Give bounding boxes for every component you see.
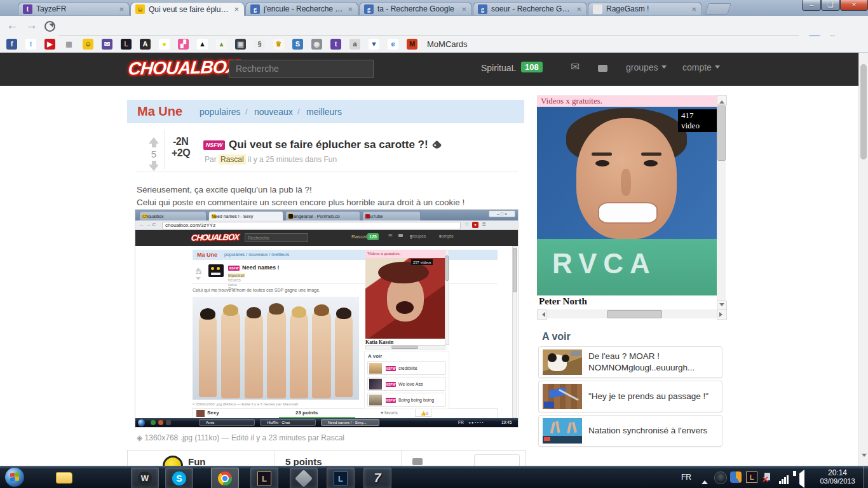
tab-close-icon[interactable]: × xyxy=(576,5,582,13)
bookmark-twitch-icon[interactable]: t xyxy=(330,39,341,50)
taskbar-skype-button[interactable]: S xyxy=(165,468,193,488)
bookmark-target-icon[interactable]: ◉ xyxy=(311,39,322,50)
bookmark-photos-icon[interactable]: A xyxy=(140,39,151,50)
post-title[interactable]: Qui veut se faire éplucher sa carotte ?! xyxy=(229,139,440,151)
messages-envelope-icon[interactable]: ✉ xyxy=(571,60,580,74)
window-close-button[interactable]: × xyxy=(840,0,868,11)
bookmark-triangle-icon[interactable]: ▲ xyxy=(197,39,208,50)
upvote-arrow-icon[interactable] xyxy=(149,132,159,144)
iframe-v-scrollbar[interactable] xyxy=(717,95,726,309)
skype-icon: S xyxy=(172,471,186,485)
bookmark-ie-icon[interactable]: e xyxy=(388,39,398,50)
tray-clock[interactable]: 20:14 03/09/2013 xyxy=(815,468,860,485)
taskbar-explorer-button[interactable] xyxy=(51,468,78,487)
bookmark-grid-icon[interactable]: ▦ xyxy=(64,39,74,50)
taskbar-chrome-button[interactable] xyxy=(211,468,239,488)
bookmark-momcards-icon[interactable]: M xyxy=(407,39,417,50)
back-button-icon[interactable]: ← xyxy=(6,18,18,32)
nav-compte[interactable]: compte xyxy=(682,62,720,72)
tray-network-error-icon[interactable]: ✕ xyxy=(762,471,773,483)
clock-time: 20:14 xyxy=(815,468,860,477)
inner-tab: Choualbox xyxy=(139,211,207,220)
site-search-input[interactable]: Recherche xyxy=(229,60,374,78)
inner-footer-fav: ♥ favoris xyxy=(381,410,398,415)
window-restore-button[interactable]: ❑ xyxy=(821,0,840,11)
tab-close-icon[interactable]: × xyxy=(118,5,125,13)
taskbar-tool-button[interactable] xyxy=(290,468,318,488)
vote-shortcut-minus: -2N xyxy=(173,136,188,147)
tab-ragegasm[interactable]: RageGasm ! × xyxy=(588,2,702,15)
author-link[interactable]: Rascal xyxy=(219,154,246,165)
tab-close-icon[interactable]: × xyxy=(347,5,353,13)
tab-close-icon[interactable]: × xyxy=(233,5,240,13)
tray-signal-bars-icon[interactable] xyxy=(779,473,789,484)
tab-choualbox-active[interactable]: ☺ Qui veut se faire éplucher × xyxy=(130,2,245,16)
new-tab-button[interactable] xyxy=(705,3,731,15)
tab-search-2[interactable]: g ta - Recherche Google × xyxy=(359,2,472,15)
avoir-item-2[interactable]: "Hey je te prends au passage !" xyxy=(538,381,722,412)
bookmark-mail-icon[interactable]: ✉ xyxy=(102,39,112,50)
taskbar-seven-button[interactable]: 7 xyxy=(363,468,391,488)
taskbar-lol-client-button[interactable]: L xyxy=(327,468,355,488)
tray-league-icon[interactable]: L xyxy=(746,471,757,483)
taskbar-w-app-button[interactable]: W xyxy=(131,468,159,488)
inner-karma-badge: 125 xyxy=(367,233,379,240)
bookmark-yellow-dot-icon[interactable]: ● xyxy=(159,39,170,50)
inner-tab: YouTube xyxy=(362,211,421,220)
reload-button-icon[interactable] xyxy=(44,21,55,34)
avoir-thumb-mop xyxy=(543,384,582,409)
bookmark-reddit-icon[interactable]: a xyxy=(349,39,360,50)
bookmark-choualbox-icon[interactable]: ☺ xyxy=(83,39,93,50)
tab-meilleurs[interactable]: meilleurs xyxy=(306,107,342,117)
bookmark-facebook-icon[interactable]: f xyxy=(6,39,17,50)
tab-search-3[interactable]: g soeur - Recherche Google × xyxy=(473,2,587,15)
bookmark-v-blue-icon[interactable]: ▼ xyxy=(369,39,379,50)
site-logo[interactable]: CHOUALBOX xyxy=(127,57,238,79)
tab-populaires[interactable]: populaires xyxy=(200,107,241,117)
inner-avoir-item: NSFW We love Ass xyxy=(367,377,446,391)
bookmark-youtube-icon[interactable]: ▶ xyxy=(44,39,55,50)
inner-downvote-icon xyxy=(196,277,201,283)
inner-footer-points: 23 points xyxy=(295,410,318,416)
window-minimize-button[interactable]: – xyxy=(802,0,821,11)
bookmark-league-icon[interactable]: L xyxy=(121,39,132,50)
tray-hidden-icons-arrow[interactable] xyxy=(702,475,708,487)
username[interactable]: SpirituaL xyxy=(481,63,516,73)
tab-nouveaux[interactable]: nouveaux xyxy=(254,107,293,117)
tab-tayzefr[interactable]: t TayzeFR × xyxy=(18,2,130,15)
bookmark-crown-icon[interactable]: ♛ xyxy=(273,39,284,50)
tray-update-icon[interactable] xyxy=(730,471,742,483)
bookmark-robot-icon[interactable]: ▣ xyxy=(235,39,246,50)
tab-close-icon[interactable]: × xyxy=(461,5,467,13)
bookmark-momcards-label[interactable]: MoMCards xyxy=(427,39,468,49)
post-image-screenshot[interactable]: Choualbox Need names ! - Sexy Evangelana… xyxy=(135,210,518,427)
downvote-arrow-icon[interactable] xyxy=(149,165,159,176)
tab-separator: / xyxy=(245,107,248,116)
page-scrollbar-thumb[interactable] xyxy=(860,64,867,159)
avoir-item-1[interactable]: De l'eau ? MOAR ! NOMNOMglougl..euuurgh.… xyxy=(538,346,722,378)
sidebar-ad-video-placeholder[interactable]: RVCA 417 video xyxy=(537,107,717,295)
page-scrollbar[interactable] xyxy=(858,53,868,466)
tab-close-icon[interactable]: × xyxy=(691,5,697,13)
inner-nsfw-badge: NSFW xyxy=(228,266,240,271)
bookmark-curve-icon[interactable]: § xyxy=(254,39,265,50)
nav-groupes[interactable]: groupes xyxy=(626,62,667,72)
bookmark-twitter-icon[interactable]: t xyxy=(25,39,36,50)
bookmark-blue-app-icon[interactable]: S xyxy=(292,39,303,50)
tray-volume-icon[interactable] xyxy=(796,473,804,485)
tab-search-1[interactable]: g j'encule - Recherche Goog × xyxy=(245,2,358,15)
show-desktop-button[interactable] xyxy=(863,466,868,488)
notifications-bubble-icon[interactable] xyxy=(598,63,607,74)
bookmark-pink-tiles-icon[interactable]: ▞ xyxy=(178,39,189,50)
start-button[interactable] xyxy=(5,468,24,487)
taskbar-lol-button[interactable]: L xyxy=(250,468,278,488)
tray-language[interactable]: FR xyxy=(681,473,691,482)
avoir-item-3[interactable]: Natation synchronisé à l'envers xyxy=(538,415,722,447)
nsfw-badge: NSFW xyxy=(203,140,225,150)
bookmark-sprout-icon[interactable]: ▴ xyxy=(216,39,227,50)
forward-button-icon[interactable]: → xyxy=(25,18,37,32)
iframe-h-scrollbar[interactable] xyxy=(537,309,726,318)
tray-steam-icon[interactable] xyxy=(714,471,727,484)
inner-envelope-icon: ✉ xyxy=(388,233,393,238)
image-caption: ◈ 1360x768 .jpg (111ko) — Edité il y a 2… xyxy=(137,433,344,442)
